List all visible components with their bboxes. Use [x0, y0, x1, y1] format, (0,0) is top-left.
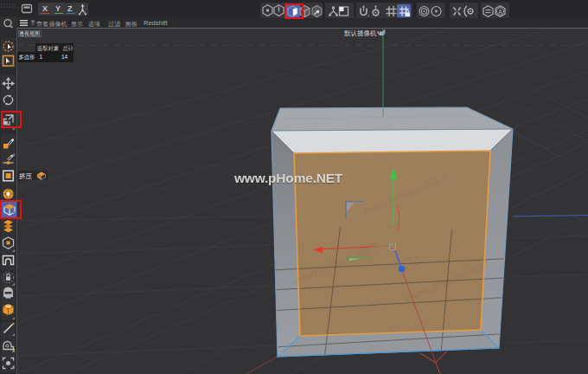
- svg-text:A: A: [498, 8, 502, 14]
